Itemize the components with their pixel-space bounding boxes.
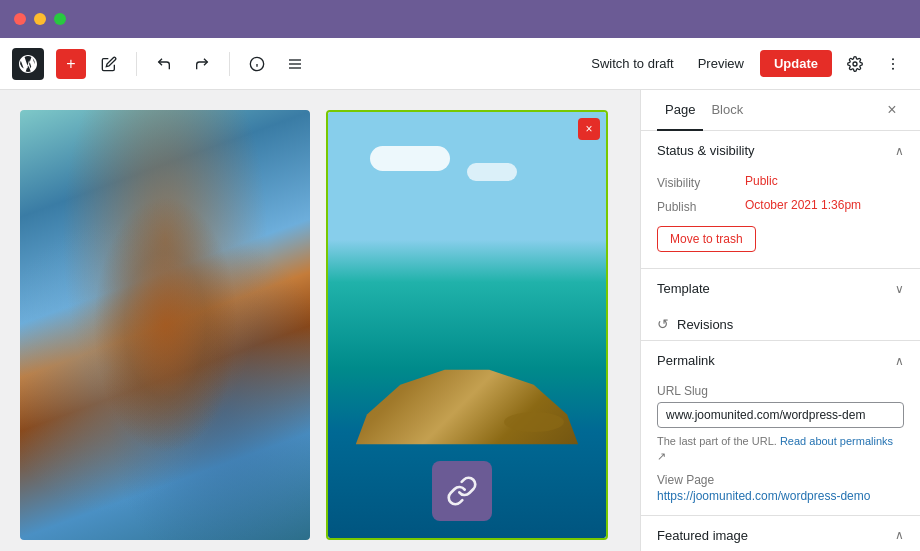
- tab-block[interactable]: Block: [703, 90, 751, 131]
- settings-button[interactable]: [840, 49, 870, 79]
- permalink-header[interactable]: Permalink ∧: [641, 341, 920, 380]
- permalink-section: Permalink ∧ URL Slug The last part of th…: [641, 341, 920, 516]
- status-visibility-header[interactable]: Status & visibility ∧: [641, 131, 920, 170]
- url-slug-input[interactable]: [657, 402, 904, 428]
- svg-point-7: [892, 58, 894, 60]
- visibility-row: Visibility Public: [657, 174, 904, 190]
- svg-point-8: [892, 63, 894, 65]
- cloud-decoration-2: [467, 163, 517, 181]
- svg-point-6: [853, 62, 857, 66]
- redo-icon: [194, 56, 210, 72]
- sidebar-tabs: Page Block ×: [641, 90, 920, 131]
- link-decoration-icon: [446, 475, 478, 507]
- toolbar: + Switch to draft Preview Update: [0, 38, 920, 90]
- revisions-label: Revisions: [677, 317, 733, 332]
- permalink-title: Permalink: [657, 353, 715, 368]
- info-icon: [249, 56, 265, 72]
- wp-logo-icon: [18, 54, 38, 74]
- url-help-text: The last part of the URL. Read about per…: [657, 434, 904, 465]
- preview-button[interactable]: Preview: [690, 50, 752, 77]
- traffic-light-yellow[interactable]: [34, 13, 46, 25]
- template-chevron: ∨: [895, 282, 904, 296]
- publish-value: October 2021 1:36pm: [745, 198, 904, 212]
- svg-point-9: [892, 67, 894, 69]
- status-visibility-chevron: ∧: [895, 144, 904, 158]
- featured-image-title: Featured image: [657, 528, 748, 543]
- cloud-decoration-1: [370, 146, 450, 171]
- status-visibility-title: Status & visibility: [657, 143, 755, 158]
- traffic-light-red[interactable]: [14, 13, 26, 25]
- visibility-value: Public: [745, 174, 904, 188]
- gear-icon: [847, 56, 863, 72]
- edit-button[interactable]: [94, 49, 124, 79]
- toolbar-divider-1: [136, 52, 137, 76]
- edit-icon: [101, 56, 117, 72]
- view-page-label: View Page: [657, 473, 904, 487]
- permalink-content: URL Slug The last part of the URL. Read …: [641, 380, 920, 515]
- redo-button[interactable]: [187, 49, 217, 79]
- underwater-image: [20, 110, 310, 540]
- info-button[interactable]: [242, 49, 272, 79]
- more-options-button[interactable]: [878, 49, 908, 79]
- permalink-chevron: ∧: [895, 354, 904, 368]
- move-to-trash-button[interactable]: Move to trash: [657, 226, 756, 252]
- wp-logo[interactable]: [12, 48, 44, 80]
- traffic-light-green[interactable]: [54, 13, 66, 25]
- featured-image-section: Featured image ∧ Set featured image: [641, 516, 920, 551]
- title-bar: [0, 0, 920, 38]
- sidebar-close-button[interactable]: ×: [880, 98, 904, 122]
- image-block-1[interactable]: [20, 110, 310, 540]
- undo-button[interactable]: [149, 49, 179, 79]
- link-decoration: [432, 461, 492, 521]
- read-about-permalinks-link[interactable]: Read about permalinks: [780, 435, 893, 447]
- editor-wrapper: + Switch to draft Preview Update: [0, 38, 920, 551]
- status-visibility-section: Status & visibility ∧ Visibility Public …: [641, 131, 920, 269]
- url-slug-label: URL Slug: [657, 384, 904, 398]
- switch-to-draft-button[interactable]: Switch to draft: [583, 50, 681, 77]
- canvas: ×: [0, 90, 640, 551]
- featured-image-header[interactable]: Featured image ∧: [641, 516, 920, 551]
- featured-image-chevron: ∧: [895, 528, 904, 542]
- revisions-row[interactable]: ↺ Revisions: [641, 308, 920, 340]
- publish-row: Publish October 2021 1:36pm: [657, 198, 904, 214]
- sidebar: Page Block × Status & visibility ∧ Visib…: [640, 90, 920, 551]
- tab-page[interactable]: Page: [657, 90, 703, 131]
- toolbar-right: Switch to draft Preview Update: [583, 49, 908, 79]
- visibility-label: Visibility: [657, 174, 737, 190]
- list-view-icon: [287, 56, 303, 72]
- template-title: Template: [657, 281, 710, 296]
- publish-label: Publish: [657, 198, 737, 214]
- undo-icon: [156, 56, 172, 72]
- view-page-link[interactable]: https://joomunited.com/wordpress-demo: [657, 489, 904, 503]
- status-visibility-content: Visibility Public Publish October 2021 1…: [641, 170, 920, 268]
- add-block-button[interactable]: +: [56, 49, 86, 79]
- main-content: × Page B: [0, 90, 920, 551]
- revisions-icon: ↺: [657, 316, 669, 332]
- more-dots-icon: [885, 56, 901, 72]
- list-view-button[interactable]: [280, 49, 310, 79]
- block-close-button[interactable]: ×: [578, 118, 600, 140]
- toolbar-divider-2: [229, 52, 230, 76]
- template-section: Template ∨ ↺ Revisions: [641, 269, 920, 341]
- template-header[interactable]: Template ∨: [641, 269, 920, 308]
- update-button[interactable]: Update: [760, 50, 832, 77]
